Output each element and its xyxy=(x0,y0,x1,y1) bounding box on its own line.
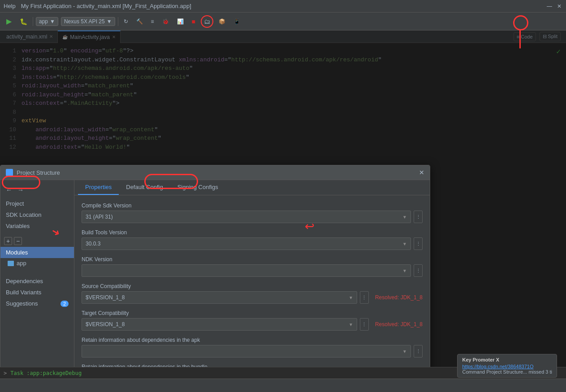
key-promoter-description: Command Project Structure... missed 3 ti xyxy=(462,369,552,375)
tab-default-config[interactable]: Default Config xyxy=(119,180,170,195)
compile-sdk-arrow: ▼ xyxy=(402,215,407,220)
menu-help[interactable]: Help xyxy=(4,3,16,9)
build-tools-control: 30.0.3 ▼ ⋮ xyxy=(82,237,423,250)
sidebar-item-suggestions[interactable]: Suggestions 2 xyxy=(0,298,74,309)
build-tools-row: Build Tools Version 30.0.3 ▼ ⋮ xyxy=(82,229,423,250)
sidebar-suggestions-label: Suggestions xyxy=(6,300,38,307)
sidebar-item-modules[interactable]: Modules xyxy=(0,247,74,258)
sidebar-item-modules-label: Modules xyxy=(6,249,28,256)
retain-apk-select[interactable]: ▼ xyxy=(82,345,411,358)
tab-default-config-label: Default Config xyxy=(126,184,163,190)
ndk-version-arrow: ▼ xyxy=(402,268,407,273)
key-promoter-link[interactable]: https://blog.csdn.net/38648371O xyxy=(462,364,552,369)
sidebar-item-build-variants[interactable]: Build Variants xyxy=(0,287,74,298)
source-compat-label: Source Compatibility xyxy=(82,283,423,289)
build-tools-select[interactable]: 30.0.3 ▼ xyxy=(82,237,411,250)
main-toolbar: ▶ 🐛 app ▼ Nexus 5X API 25 ▼ ↻ 🔨 ≡ 🐞 📊 ■ … xyxy=(0,13,566,30)
target-compat-value: $VERSION_1_8 xyxy=(86,321,125,327)
toolbar-separator-2 xyxy=(118,17,118,26)
source-compat-resolved: Resolved: JDK_1_8 xyxy=(375,294,423,301)
build-tools-value: 30.0.3 xyxy=(86,241,100,247)
compile-sdk-label: Compile Sdk Version xyxy=(82,202,423,209)
source-compat-select[interactable]: $VERSION_1_8 ▼ xyxy=(82,291,357,304)
dialog-right-panel: Properties Default Config Signing Config… xyxy=(74,180,430,392)
compile-sdk-row: Compile Sdk Version 31 (API 31) ▼ ⋮ xyxy=(82,202,423,223)
ndk-version-edit-btn[interactable]: ⋮ xyxy=(414,264,423,277)
app-dropdown[interactable]: app ▼ xyxy=(36,17,58,26)
module-item-app[interactable]: app xyxy=(0,258,74,268)
stop-button[interactable]: ■ xyxy=(189,17,198,26)
source-compat-arrow: ▼ xyxy=(349,295,353,300)
sidebar-item-variables[interactable]: Variables xyxy=(0,220,74,232)
dialog-tabs: Properties Default Config Signing Config… xyxy=(74,180,430,195)
bug2-button[interactable]: 🐞 xyxy=(160,17,172,26)
add-module-button[interactable]: + xyxy=(4,237,12,245)
profile-button[interactable]: 📊 xyxy=(174,17,186,26)
sync-button[interactable]: ↻ xyxy=(121,17,131,26)
sdk-manager-button[interactable]: 📦 xyxy=(216,17,228,26)
compile-sdk-control: 31 (API 31) ▼ ⋮ xyxy=(82,211,423,223)
run-button[interactable]: ▶ xyxy=(4,16,14,27)
tab-properties[interactable]: Properties xyxy=(78,180,119,195)
target-compat-arrow: ▼ xyxy=(349,322,353,327)
gradle-button[interactable]: ≡ xyxy=(148,17,157,26)
nav-arrows: ← → xyxy=(0,184,74,198)
compile-sdk-value: 31 (API 31) xyxy=(86,214,113,220)
sidebar-dependencies-label: Dependencies xyxy=(6,278,43,284)
target-compat-row: Target Compatibility $VERSION_1_8 ▼ ⋮ Re… xyxy=(82,310,423,331)
retain-apk-control: ▼ ⋮ xyxy=(82,345,423,358)
make-button[interactable]: 🔨 xyxy=(134,17,146,26)
tab-signing-configs-label: Signing Configs xyxy=(177,184,218,190)
app-dropdown-label: app xyxy=(39,18,48,25)
remove-module-button[interactable]: − xyxy=(14,237,22,245)
dialog-titlebar: Project Structure ✕ xyxy=(0,165,430,180)
properties-content: Compile Sdk Version 31 (API 31) ▼ ⋮ Buil… xyxy=(74,195,430,392)
ndk-version-select[interactable]: ▼ xyxy=(82,264,411,277)
status-bar xyxy=(0,379,566,392)
source-compat-control: $VERSION_1_8 ▼ ⋮ Resolved: JDK_1_8 xyxy=(82,291,423,304)
source-compat-edit-btn[interactable]: ⋮ xyxy=(360,291,369,304)
target-compat-resolved: Resolved: JDK_1_8 xyxy=(375,321,423,327)
target-compat-edit-btn[interactable]: ⋮ xyxy=(360,318,369,331)
retain-apk-label: Retain information about dependencies in… xyxy=(82,337,423,343)
retain-apk-edit-btn[interactable]: ⋮ xyxy=(414,345,423,358)
sidebar-item-project[interactable]: Project xyxy=(0,198,74,209)
dialog-close-button[interactable]: ✕ xyxy=(419,169,424,176)
device-dropdown-label: Nexus 5X API 25 xyxy=(64,18,105,25)
device-dropdown[interactable]: Nexus 5X API 25 ▼ xyxy=(61,17,115,26)
dialog-icon xyxy=(6,169,13,176)
sidebar-item-dependencies[interactable]: Dependencies xyxy=(0,276,74,287)
project-structure-highlighted[interactable]: 🗂 xyxy=(201,15,213,28)
ndk-version-label: NDK Version xyxy=(82,256,423,263)
window-controls: — ✕ xyxy=(546,3,562,9)
modules-header: + − xyxy=(0,235,74,247)
debug-button[interactable]: 🐛 xyxy=(17,17,30,26)
build-tools-label: Build Tools Version xyxy=(82,229,423,236)
project-structure-icon: 🗂 xyxy=(204,18,210,25)
build-tools-edit-btn[interactable]: ⋮ xyxy=(414,237,423,250)
retain-apk-row: Retain information about dependencies in… xyxy=(82,337,423,358)
nav-back-arrow[interactable]: ← xyxy=(4,185,14,194)
sidebar-item-variables-label: Variables xyxy=(6,223,30,229)
dialog-body: ← → Project SDK Location Variables + − xyxy=(0,180,430,392)
nav-forward-arrow[interactable]: → xyxy=(16,185,26,194)
minimize-button[interactable]: — xyxy=(546,3,553,9)
dialog-overlay: Project Structure ✕ ← → Project SDK Loca… xyxy=(0,30,566,379)
source-compat-row: Source Compatibility $VERSION_1_8 ▼ ⋮ Re… xyxy=(82,283,423,304)
sidebar-item-sdk-label: SDK Location xyxy=(6,211,42,218)
dialog-title: Project Structure xyxy=(17,169,419,176)
sidebar-build-variants-label: Build Variants xyxy=(6,289,41,296)
tab-signing-configs[interactable]: Signing Configs xyxy=(170,180,225,195)
compile-sdk-select[interactable]: 31 (API 31) ▼ xyxy=(82,211,411,223)
compile-sdk-edit-btn[interactable]: ⋮ xyxy=(414,211,423,223)
avd-button[interactable]: 📱 xyxy=(231,17,243,26)
module-item-app-label: app xyxy=(17,260,26,267)
close-button[interactable]: ✕ xyxy=(556,3,562,9)
dialog-sidebar: ← → Project SDK Location Variables + − xyxy=(0,180,74,392)
target-compat-select[interactable]: $VERSION_1_8 ▼ xyxy=(82,318,357,331)
title-bar: Help My First Application - activity_mai… xyxy=(0,0,566,13)
terminal-prompt: > xyxy=(4,370,7,376)
sidebar-item-sdk-location[interactable]: SDK Location xyxy=(0,209,74,220)
target-compat-label: Target Compatibility xyxy=(82,310,423,316)
sidebar-item-project-label: Project xyxy=(6,200,24,207)
